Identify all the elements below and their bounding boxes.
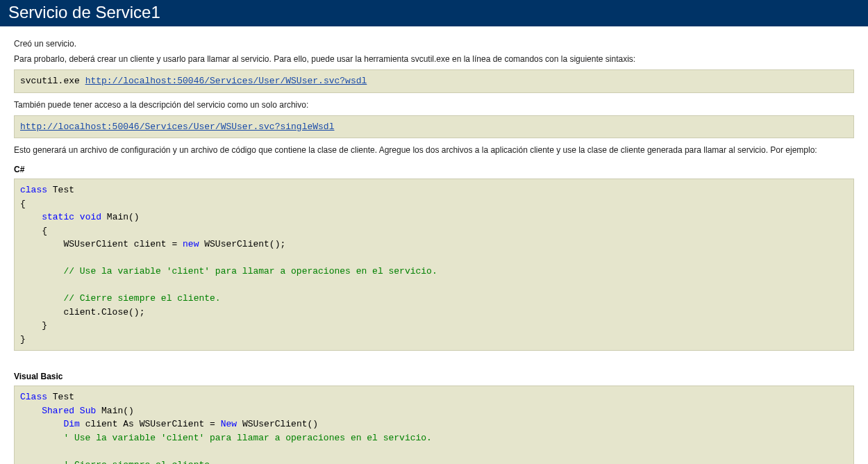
kw-static: static [42,212,74,222]
single-wsdl-box: http://localhost:50046/Services/User/WSU… [14,115,854,139]
brace-open2: { [20,226,47,236]
vb-eq: = [204,419,220,429]
vb-type: WSUserClient [140,419,205,429]
vb-name-test: Test [47,392,74,402]
content-area: Creó un servicio. Para probarlo, deberá … [0,26,868,464]
client-decl-post: WSUserClient(); [199,239,285,249]
vb-indent2 [20,419,63,429]
page-title: Servicio de Service1 [8,3,160,22]
svcutil-command-box: svcutil.exe http://localhost:50046/Servi… [14,69,854,93]
vb-code-box: Class Test Shared Sub Main() Dim client … [14,386,854,464]
vb-comment-use: ' Use la variable 'client' para llamar a… [20,433,432,443]
wsdl-link[interactable]: http://localhost:50046/Services/User/WSU… [85,76,367,86]
line-close: client.Close(); [20,307,144,317]
csharp-code-box: class Test { static void Main() { WSUser… [14,179,854,351]
vb-kw-dim: Dim [63,419,79,429]
vb-kw-class: Class [20,392,47,402]
vb-kw-shared: Shared [42,406,74,416]
indent [20,212,42,222]
brace-open: { [20,199,26,209]
single-wsdl-intro: También puede tener acceso a la descripc… [14,100,854,110]
created-text: Creó un servicio. [14,39,854,49]
main-sig: Main() [101,212,140,222]
generated-info: Esto generará un archivo de configuració… [14,145,854,155]
client-decl-pre: WSUserClient client = [20,239,183,249]
kw-new: new [183,239,199,249]
kw-class: class [20,185,47,195]
svcutil-tool: svcutil.exe [20,76,85,86]
vb-kw-sub: Sub [74,406,96,416]
vb-label: Visual Basic [14,372,854,381]
vb-client-as: client As [80,419,140,429]
name-test: Test [47,185,74,195]
vb-ctor: WSUserClient() [237,419,318,429]
vb-main-sig: Main() [96,406,134,416]
vb-kw-new: New [221,419,237,429]
vb-indent1 [20,406,42,416]
single-wsdl-link[interactable]: http://localhost:50046/Services/User/WSU… [20,122,334,132]
page-header: Servicio de Service1 [0,0,868,26]
comment-use: // Use la variable 'client' para llamar … [20,266,437,276]
csharp-label: C# [14,165,854,174]
brace-close: } [20,334,26,345]
test-instructions: Para probarlo, deberá crear un cliente y… [14,54,854,64]
kw-void: void [74,212,101,222]
vb-comment-close: ' Cierre siempre el cliente. [20,460,215,465]
comment-close: // Cierre siempre el cliente. [20,293,221,304]
brace-close2: } [20,320,47,331]
